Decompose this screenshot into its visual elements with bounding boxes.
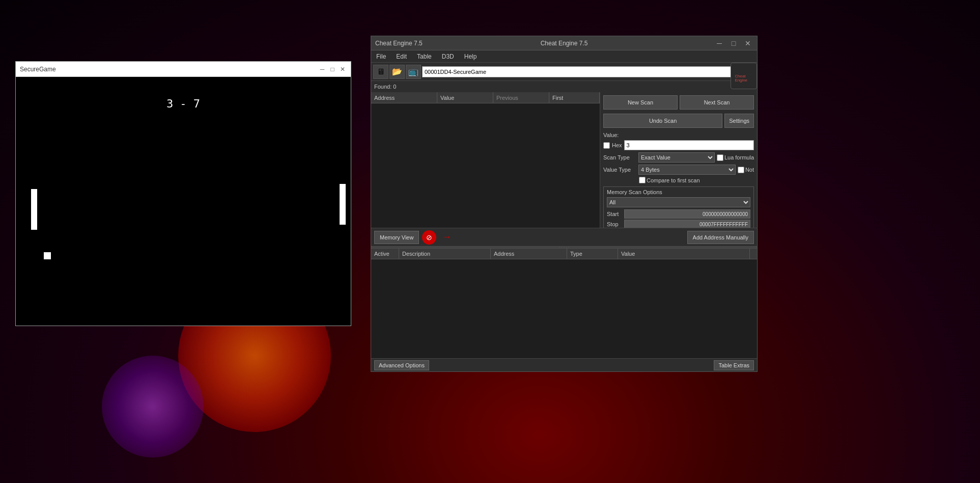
found-count: Found: 0 — [374, 84, 396, 90]
mem-start-row: Start — [607, 209, 750, 219]
desktop: SecureGame ─ □ ✕ 3 - 7 Cheat Engine 7.5 … — [0, 0, 980, 483]
col-header-address: Address — [371, 92, 437, 103]
game-canvas: 3 - 7 — [16, 77, 351, 326]
secure-game-title: SecureGame — [20, 66, 56, 73]
compare-first-scan-label[interactable]: Compare to first scan — [639, 177, 700, 183]
lua-formula-checkbox[interactable] — [717, 154, 723, 161]
menu-table[interactable]: Table — [414, 52, 435, 61]
monitor-icon: 📺 — [408, 67, 418, 76]
ce-logo-svg: Cheat Engine — [733, 65, 755, 87]
secure-game-controls: ─ □ ✕ — [318, 65, 347, 73]
cheat-engine-window: Cheat Engine 7.5 Cheat Engine 7.5 ─ □ ✕ … — [371, 36, 758, 372]
svg-text:Cheat: Cheat — [735, 74, 746, 78]
toolbar-icon-btn-1[interactable]: 🖥 — [373, 65, 388, 79]
value-label: Value: — [603, 132, 619, 138]
settings-button[interactable]: Settings — [724, 114, 754, 128]
ce-close-btn[interactable]: ✕ — [743, 38, 753, 48]
menu-d3d[interactable]: D3D — [439, 52, 457, 61]
memory-view-button[interactable]: Memory View — [374, 231, 419, 244]
memory-all-select[interactable]: All — [607, 197, 750, 207]
scan-type-select[interactable]: Exact Value Bigger than... Smaller than.… — [638, 152, 715, 163]
scan-buttons-row: New Scan Next Scan — [603, 95, 754, 110]
table-extras-button[interactable]: Table Extras — [714, 360, 754, 370]
scan-controls-panel: New Scan Next Scan Undo Scan Settings Va… — [600, 92, 757, 228]
addr-col-header-type: Type — [567, 249, 618, 259]
value-type-row: Value Type Byte 2 Bytes 4 Bytes 8 Bytes … — [603, 165, 754, 175]
compare-first-scan-checkbox[interactable] — [639, 177, 646, 183]
next-scan-button[interactable]: Next Scan — [680, 95, 754, 110]
memory-scan-legend: Memory Scan Options — [607, 189, 750, 195]
ce-toolbar: 🖥 📂 📺 Cheat Engine — [371, 63, 757, 81]
secure-game-close-btn[interactable]: ✕ — [339, 65, 347, 73]
hex-checkbox[interactable] — [603, 142, 610, 149]
memory-scan-options: Memory Scan Options All Start Stop — [603, 186, 754, 228]
menu-edit[interactable]: Edit — [393, 52, 410, 61]
addr-col-header-description: Description — [399, 249, 491, 259]
advanced-options-button[interactable]: Advanced Options — [374, 360, 429, 370]
ce-titlebar: Cheat Engine 7.5 Cheat Engine 7.5 ─ □ ✕ — [371, 36, 757, 50]
secure-game-maximize-btn[interactable]: □ — [328, 65, 337, 73]
scan-results-panel: Address Value Previous First — [371, 92, 600, 228]
mem-start-label: Start — [607, 211, 622, 217]
computer-icon: 🖥 — [377, 67, 385, 76]
process-address-bar[interactable] — [422, 66, 755, 77]
lua-formula-label[interactable]: Lua formula — [717, 154, 754, 161]
addr-col-header-active: Active — [371, 249, 399, 259]
secure-game-titlebar: SecureGame ─ □ ✕ — [16, 62, 351, 77]
value-type-label: Value Type — [603, 167, 636, 173]
new-scan-button[interactable]: New Scan — [603, 95, 678, 110]
secure-game-minimize-btn[interactable]: ─ — [318, 65, 326, 73]
scan-results-body[interactable] — [371, 103, 600, 228]
ce-app-title: Cheat Engine 7.5 — [375, 40, 423, 47]
bg-decoration-orb2 — [102, 356, 204, 458]
ce-menubar: File Edit Table D3D Help — [371, 50, 757, 63]
col-header-previous: Previous — [493, 92, 549, 103]
paddle-right — [340, 184, 346, 225]
menu-file[interactable]: File — [373, 52, 389, 61]
arrow-left-icon[interactable]: → — [439, 230, 454, 245]
ce-maximize-btn[interactable]: □ — [729, 38, 739, 48]
address-table-header: Active Description Address Type Value — [371, 248, 757, 259]
mem-start-input[interactable] — [624, 209, 750, 219]
game-ball — [44, 252, 51, 259]
value-input[interactable] — [624, 140, 754, 150]
stop-icon[interactable]: ⊘ — [422, 230, 436, 245]
ce-main: Address Value Previous First New Scan Ne… — [371, 92, 757, 228]
value-row: Value: — [603, 132, 754, 138]
compare-row: Compare to first scan — [639, 177, 754, 183]
folder-icon: 📂 — [392, 67, 402, 76]
toolbar-icon-btn-3[interactable]: 📺 — [406, 65, 421, 79]
value-type-select[interactable]: Byte 2 Bytes 4 Bytes 8 Bytes Float Doubl… — [638, 165, 736, 175]
mem-stop-label: Stop — [607, 221, 622, 227]
ce-found-bar: Found: 0 — [371, 81, 757, 92]
ce-title-center: Cheat Engine 7.5 — [541, 40, 588, 47]
mem-stop-input[interactable] — [624, 220, 750, 228]
addr-col-header-value: Value — [618, 249, 750, 259]
add-address-manually-button[interactable]: Add Address Manually — [687, 231, 754, 244]
scan-type-row: Scan Type Exact Value Bigger than... Sma… — [603, 152, 754, 163]
value-input-row: Hex — [603, 140, 754, 150]
ce-logo: Cheat Engine — [731, 63, 757, 89]
mem-stop-row: Stop — [607, 220, 750, 228]
undo-scan-button[interactable]: Undo Scan — [603, 114, 722, 128]
toolbar-icon-btn-2[interactable]: 📂 — [389, 65, 405, 79]
col-header-first: First — [549, 92, 600, 103]
address-table-section: · · · · · Active Description Address Typ… — [371, 246, 757, 358]
address-table-body[interactable] — [371, 259, 757, 358]
not-label[interactable]: Not — [738, 167, 754, 173]
ce-footer: Advanced Options Table Extras — [371, 358, 757, 371]
menu-help[interactable]: Help — [461, 52, 480, 61]
hex-label: Hex — [612, 142, 622, 148]
game-score: 3 - 7 — [166, 97, 200, 110]
ce-bottom-toolbar: Memory View ⊘ → Add Address Manually — [371, 228, 757, 246]
scan-type-label: Scan Type — [603, 154, 636, 160]
not-checkbox[interactable] — [738, 167, 744, 173]
svg-text:Engine: Engine — [735, 78, 747, 83]
ce-minimize-btn[interactable]: ─ — [714, 38, 724, 48]
paddle-left — [31, 189, 37, 230]
ce-win-controls: ─ □ ✕ — [714, 38, 753, 48]
addr-col-header-address: Address — [491, 249, 567, 259]
secure-game-window: SecureGame ─ □ ✕ 3 - 7 — [15, 61, 351, 326]
col-header-value: Value — [437, 92, 493, 103]
scan-results-header: Address Value Previous First — [371, 92, 600, 103]
